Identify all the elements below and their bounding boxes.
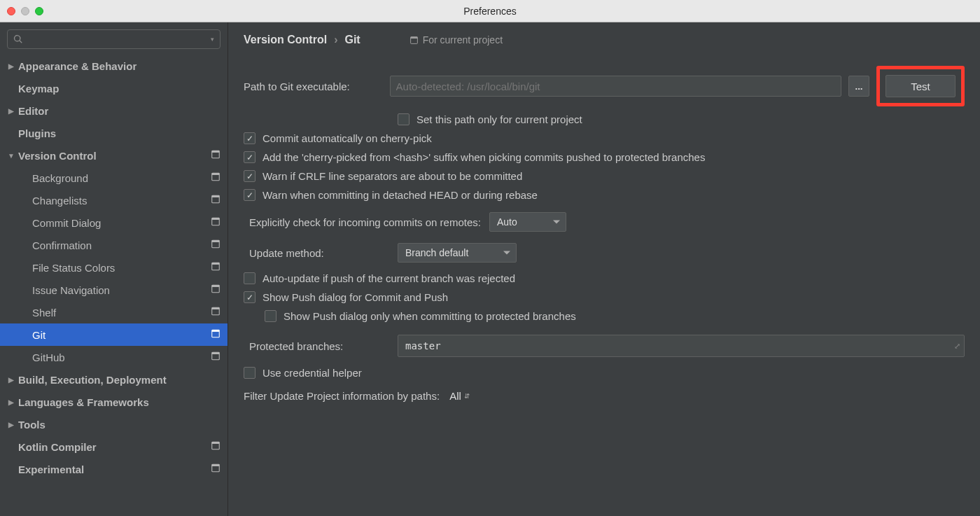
content-pane: Version Control › Git For current projec… [228, 22, 980, 516]
svg-rect-9 [212, 240, 220, 242]
explicit-check-select[interactable]: Auto [489, 212, 566, 232]
sidebar-item-changelists[interactable]: Changelists [0, 189, 227, 211]
window-controls [7, 7, 43, 15]
sidebar-item-label: Editor [18, 105, 48, 117]
search-input[interactable] [26, 34, 211, 45]
checkbox-credential-helper-label: Use credential helper [262, 367, 362, 379]
project-scope-icon [211, 150, 220, 162]
svg-rect-19 [212, 352, 220, 354]
sidebar-item-label: Git [32, 329, 46, 341]
checkbox-warn-detached-label: Warn when committing in detached HEAD or… [262, 189, 538, 201]
project-scope-icon [211, 441, 220, 453]
titlebar: Preferences [0, 0, 980, 22]
checkbox-credential-helper[interactable] [244, 367, 255, 379]
checkbox-add-suffix-label: Add the 'cherry-picked from <hash>' suff… [262, 151, 705, 163]
checkbox-path-project-only-label: Set this path only for current project [416, 113, 582, 125]
sidebar-item-label: GitHub [32, 351, 65, 363]
project-scope-icon [410, 36, 419, 45]
minimize-window-icon[interactable] [21, 7, 29, 15]
sidebar-item-appearance-behavior[interactable]: ▶Appearance & Behavior [0, 55, 227, 77]
window-title: Preferences [0, 6, 980, 17]
checkbox-path-project-only[interactable] [398, 113, 410, 125]
checkbox-auto-update-push-label: Auto-update if push of the current branc… [262, 272, 515, 284]
project-scope-icon [211, 307, 220, 319]
project-scope-icon [211, 262, 220, 274]
project-scope-icon [211, 172, 220, 184]
sidebar-item-plugins[interactable]: Plugins [0, 122, 227, 144]
breadcrumb-separator: › [334, 34, 337, 46]
sidebar-item-label: Tools [18, 419, 46, 431]
sidebar-item-confirmation[interactable]: Confirmation [0, 234, 227, 256]
sidebar-item-label: Kotlin Compiler [18, 441, 97, 453]
checkbox-show-push-protected-label: Show Push dialog only when committing to… [284, 310, 576, 322]
sidebar-item-label: Changelists [32, 195, 87, 207]
sidebar-item-label: File Status Colors [32, 262, 115, 274]
sidebar-item-shelf[interactable]: Shelf [0, 301, 227, 323]
checkbox-commit-auto-cherry[interactable] [244, 132, 255, 144]
sidebar-item-languages-frameworks[interactable]: ▶Languages & Frameworks [0, 391, 227, 413]
sidebar-item-label: Experimental [18, 463, 84, 475]
update-method-label: Update method: [249, 247, 389, 259]
sidebar-item-tools[interactable]: ▶Tools [0, 413, 227, 435]
disclosure-arrow-icon: ▶ [4, 62, 18, 70]
test-button[interactable]: Test [886, 75, 955, 97]
svg-rect-7 [212, 218, 220, 220]
sidebar-item-keymap[interactable]: Keymap [0, 77, 227, 99]
update-method-select[interactable]: Branch default [398, 243, 517, 263]
sidebar-item-label: Appearance & Behavior [18, 60, 136, 72]
breadcrumb-root[interactable]: Version Control [244, 34, 327, 46]
sidebar-item-kotlin-compiler[interactable]: Kotlin Compiler [0, 435, 227, 458]
checkbox-add-suffix[interactable] [244, 151, 255, 163]
project-scope-icon [211, 329, 220, 341]
sidebar-item-editor[interactable]: ▶Editor [0, 99, 227, 122]
search-history-icon[interactable]: ▾ [211, 36, 214, 43]
project-scope-icon [211, 351, 220, 363]
svg-rect-17 [212, 330, 220, 332]
sidebar-item-experimental[interactable]: Experimental [0, 458, 227, 480]
git-executable-input[interactable] [390, 76, 841, 97]
project-scope-icon [211, 217, 220, 229]
svg-rect-15 [212, 307, 220, 309]
disclosure-arrow-icon: ▶ [4, 107, 18, 115]
checkbox-warn-crlf[interactable] [244, 170, 255, 182]
sidebar-item-label: Build, Execution, Deployment [18, 374, 167, 386]
checkbox-show-push-dialog[interactable] [244, 291, 255, 303]
zoom-window-icon[interactable] [35, 7, 43, 15]
project-scope-icon [211, 463, 220, 475]
test-button-highlight: Test [876, 66, 965, 106]
checkbox-show-push-protected[interactable] [265, 310, 276, 322]
sidebar-item-label: Commit Dialog [32, 217, 101, 229]
sidebar-item-label: Keymap [18, 83, 59, 95]
filter-paths-label: Filter Update Project information by pat… [244, 390, 440, 402]
sidebar-item-build-execution-deployment[interactable]: ▶Build, Execution, Deployment [0, 368, 227, 391]
svg-rect-11 [212, 263, 220, 265]
sidebar-item-version-control[interactable]: ▼Version Control [0, 144, 227, 167]
browse-button[interactable]: ... [848, 76, 869, 97]
search-box[interactable]: ▾ [7, 29, 220, 49]
protected-branches-label: Protected branches: [249, 340, 389, 352]
filter-paths-select[interactable]: All [449, 390, 470, 402]
protected-branches-input[interactable] [398, 335, 965, 357]
svg-rect-25 [410, 36, 417, 38]
expand-icon[interactable]: ⤢ [954, 342, 960, 351]
sidebar-item-background[interactable]: Background [0, 167, 227, 189]
svg-rect-23 [212, 464, 220, 466]
project-scope-icon [211, 284, 220, 296]
disclosure-arrow-icon: ▶ [4, 398, 18, 406]
sidebar-item-commit-dialog[interactable]: Commit Dialog [0, 211, 227, 234]
checkbox-warn-crlf-label: Warn if CRLF line separators are about t… [262, 170, 522, 182]
path-label: Path to Git executable: [244, 81, 383, 92]
project-scope-icon [211, 195, 220, 207]
explicit-check-label: Explicitly check for incoming commits on… [249, 216, 481, 228]
checkbox-warn-detached[interactable] [244, 189, 255, 201]
sidebar-item-git[interactable]: Git [0, 323, 227, 346]
disclosure-arrow-icon: ▼ [4, 152, 18, 160]
sidebar-item-label: Background [32, 172, 88, 184]
sidebar-item-file-status-colors[interactable]: File Status Colors [0, 256, 227, 279]
checkbox-auto-update-push[interactable] [244, 272, 255, 284]
disclosure-arrow-icon: ▶ [4, 376, 18, 384]
sidebar-item-issue-navigation[interactable]: Issue Navigation [0, 279, 227, 301]
sidebar-item-github[interactable]: GitHub [0, 346, 227, 368]
close-window-icon[interactable] [7, 7, 15, 15]
sidebar-item-label: Shelf [32, 307, 56, 319]
